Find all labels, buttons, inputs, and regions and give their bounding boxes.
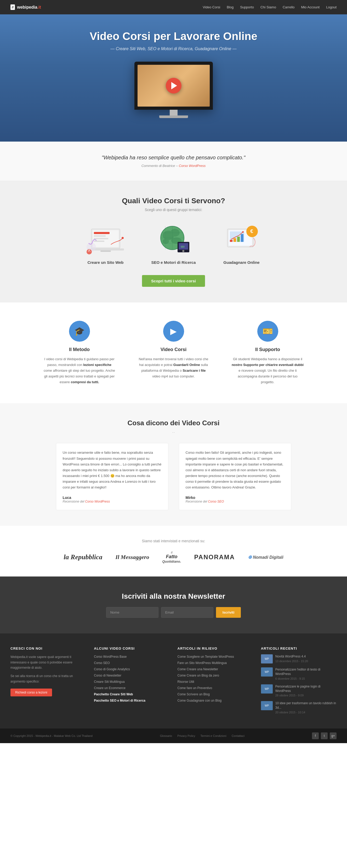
testimonial-link-mirko[interactable]: Corso SEO (208, 500, 224, 503)
press-logo-nomadi: ⊕Nomadi Digitali (248, 554, 283, 560)
corsi-item-sito[interactable]: Creare un Sito Web (80, 222, 132, 265)
nav-logout[interactable]: Logout (326, 5, 337, 9)
nav-video-corsi[interactable]: Video Corsi (203, 5, 220, 9)
recent-date-3: 28 ottobre 2015 - 9:09 (276, 694, 303, 697)
svg-rect-7 (94, 241, 104, 242)
method-icon-ticket: 🎫 (257, 321, 278, 342)
logo-box: // (10, 4, 15, 10)
corsi-subtitle: Scegli uno di questi gruppi tematici: (10, 208, 337, 212)
footer-link-privacy[interactable]: Privacy Policy (177, 734, 195, 737)
footer-col1-text: Webipedia.it vuole sapere quali argoment… (10, 654, 86, 670)
nav-mio-account[interactable]: Mio Account (301, 5, 320, 9)
nav-carrello[interactable]: Carrello (283, 5, 295, 9)
recent-thumb-4: WP (261, 701, 273, 710)
recent-article-4: WP 10 idee per trasformare un tavolo rub… (261, 701, 337, 714)
footer-col1-title: CRESCI CON NOI (10, 647, 86, 650)
recent-link-2[interactable]: Personalizzare l'editor di testo di Word… (276, 668, 337, 676)
nav-blog[interactable]: Blog (227, 5, 233, 9)
newsletter-title: Iscriviti alla nostra Newsletter (10, 592, 337, 600)
footer-col-cresci: CRESCI CON NOI Webipedia.it vuole sapere… (10, 647, 86, 718)
video-play-button[interactable] (166, 78, 181, 94)
corsi-item-seo-label: SEO e Motori di Ricerca (147, 260, 200, 265)
nav-supporto[interactable]: Supporto (240, 5, 254, 9)
svg-rect-33 (241, 234, 243, 242)
footer-corsi-list: Corso WordPress Base Corso SEO Corso di … (94, 654, 169, 703)
svg-rect-4 (94, 232, 110, 234)
recent-link-4[interactable]: 10 idee per trasformare un tavolo rubbis… (276, 701, 337, 710)
newsletter-name-input[interactable] (106, 607, 158, 618)
testimonials-title: Cosa dicono dei Video Corsi (10, 419, 337, 427)
all-corsi-button[interactable]: Scopri tutti i video corsi (142, 275, 205, 287)
footer-art-risorse[interactable]: Risorse Utili (178, 680, 194, 684)
corsi-item-guadagnare-label: Guadagnare Online (215, 260, 268, 265)
footer-art-multilingua[interactable]: Fare un Sito WordPress Multilingua (178, 661, 227, 665)
logo-text: webipedia.it (17, 5, 41, 10)
quote-link[interactable]: Corso WordPress (179, 164, 206, 168)
footer-col4-title: ARTICOLI RECENTI (261, 647, 337, 650)
social-facebook[interactable]: f (312, 733, 319, 739)
recent-info-1: Novità WordPress 4.4 13 dicembre 2015 - … (276, 654, 308, 663)
list-item: Creare Siti Multilingua (94, 679, 169, 684)
press-logo-fatto: il Fatto Quotidiano. (162, 551, 181, 563)
testimonial-link-luca[interactable]: Corso WordPress (85, 500, 110, 503)
hero-section: Video Corsi per Lavorare Online — Creare… (0, 14, 347, 142)
bottom-footer: © Copyright 2015 - Webipedia.it - Malaka… (0, 728, 347, 743)
social-twitter[interactable]: t (321, 733, 328, 739)
method-item-metodo: 🎓 Il Metodo I video corsi di Webipedia t… (43, 321, 116, 385)
recent-thumb-1: WP (261, 654, 273, 663)
recent-link-3[interactable]: Personalizzare le pagine login di WordPr… (276, 684, 337, 693)
svg-rect-3 (100, 250, 111, 252)
footer-link-ecommerce[interactable]: Creare un Ecommerce (94, 686, 125, 690)
social-googleplus[interactable]: g+ (330, 733, 337, 739)
footer-link-ga[interactable]: Corso di Google Analytics (94, 668, 130, 671)
footer-art-scrivere[interactable]: Come Scrivere un Blog (178, 692, 210, 696)
footer-art-guadagnare[interactable]: Come Guadagnare con un Blog (178, 699, 222, 703)
carousel-dots[interactable]: ·· (10, 429, 337, 435)
footer-link-contattaci[interactable]: Contattaci (232, 734, 245, 737)
footer-link-pacchetto-siti[interactable]: Pacchetto Creare Siti Web (94, 692, 133, 696)
corsi-section: Quali Video Corsi ti Servono? Scegli uno… (0, 181, 347, 303)
method-text-corsi: Nell'area membri troverai tutti i video … (137, 356, 210, 379)
main-nav: Video Corsi Blog Supporto Chi Siamo Carr… (203, 5, 337, 9)
method-section: 🎓 Il Metodo I video corsi di Webipedia t… (0, 303, 347, 403)
logo[interactable]: // webipedia.it (10, 4, 41, 10)
corsi-icon-globe: SEO (153, 222, 195, 256)
list-item: Corso di Google Analytics (94, 667, 169, 671)
corsi-item-guadagnare[interactable]: € Guadagnare Online (215, 222, 268, 265)
footer-link-pacchetto-seo[interactable]: Pacchetto SEO e Motori di Ricerca (94, 699, 145, 703)
corsi-title: Quali Video Corsi ti Servono? (10, 197, 337, 205)
footer-link-glossario[interactable]: Glossario (160, 734, 172, 737)
list-item: Fare un Sito WordPress Multilingua (178, 660, 253, 665)
footer-art-template[interactable]: Come Scegliere un Template WordPress (178, 655, 234, 658)
monitor-screen (138, 65, 210, 106)
recent-link-1[interactable]: Novità WordPress 4.4 (276, 654, 308, 659)
corsi-item-seo[interactable]: SEO SEO e Motori di Ricerca (147, 222, 200, 265)
newsletter-section: Iscriviti alla nostra Newsletter Iscrivi… (0, 577, 347, 633)
testimonial-card-mirko: Corso molto ben fatto! Gli argomenti, an… (179, 443, 291, 510)
list-item: Corso SEO (94, 660, 169, 665)
testimonial-source-mirko: Recensione del Corso SEO (186, 500, 285, 503)
nav-chi-siamo[interactable]: Chi Siamo (260, 5, 276, 9)
footer-link-multilingua[interactable]: Creare Siti Multilingua (94, 680, 124, 684)
footer-col3-title: ARTICOLI IN RILIEVO (178, 647, 253, 650)
footer-link-newsletter[interactable]: Corso di Newsletter (94, 674, 121, 677)
corsi-icon-laptop (85, 222, 126, 256)
press-intro: Siamo stati intervistati e menzionati su… (10, 539, 337, 543)
list-item: Come fare un Preventivo (178, 686, 253, 690)
method-icon-graduation: 🎓 (69, 321, 90, 342)
testimonial-source-luca: Recensione del Corso WordPress (63, 500, 162, 503)
footer-art-preventivo[interactable]: Come fare un Preventivo (178, 686, 212, 690)
recent-date-1: 13 dicembre 2015 - 15:20 (276, 659, 308, 663)
newsletter-email-input[interactable] (161, 607, 213, 618)
testimonial-text-luca: Un corso veramente utile e fatto bene, m… (63, 450, 162, 490)
testimonials-grid: Un corso veramente utile e fatto bene, m… (56, 443, 291, 510)
footer-link-termini[interactable]: Termini e Condizioni (201, 734, 227, 737)
recent-date-2: 6 dicembre 2015 - 9:15 (276, 677, 305, 680)
footer-art-newsletter[interactable]: Come Creare una Newsletter (178, 668, 218, 671)
testimonial-author-luca: Luca (63, 496, 162, 500)
footer-richiedi-button[interactable]: Richiedi corso a lezioni (10, 688, 52, 696)
footer-art-blog[interactable]: Come Creare un Blog da zero (178, 674, 219, 677)
footer-link-seo[interactable]: Corso SEO (94, 661, 110, 665)
newsletter-submit-button[interactable]: Iscriviti (216, 607, 241, 618)
footer-link-wp[interactable]: Corso WordPress Base (94, 655, 126, 658)
